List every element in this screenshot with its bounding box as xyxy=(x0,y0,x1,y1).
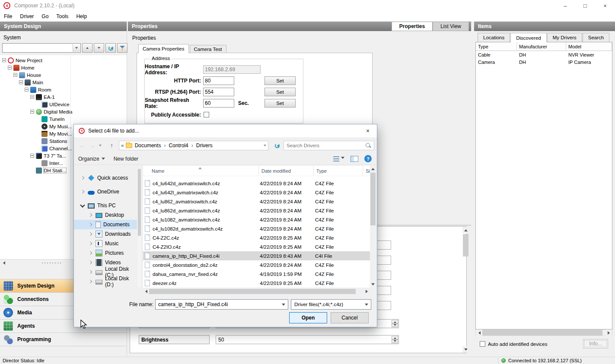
chevron-icon[interactable] xyxy=(80,175,85,180)
tree-item[interactable]: Room xyxy=(0,86,127,93)
camera-tab[interactable]: Camera Test xyxy=(190,45,226,53)
up-button[interactable]: ↑ xyxy=(107,140,117,151)
column-header[interactable]: Model xyxy=(566,42,612,51)
file-row[interactable]: control4_doorstation_ds2.c4z 4/22/2019 8… xyxy=(143,260,370,269)
recent-locations-dropdown[interactable] xyxy=(97,140,103,151)
move-down-button[interactable] xyxy=(94,43,104,53)
tree-item[interactable]: Home xyxy=(0,64,127,71)
combobox-dropdown-icon[interactable] xyxy=(73,44,80,52)
spin-down-icon[interactable] xyxy=(392,324,398,328)
chevron-icon[interactable] xyxy=(88,269,93,275)
nav-button[interactable]: Programming xyxy=(0,333,127,346)
menu-item[interactable]: Go xyxy=(38,13,52,19)
tree-expander-icon[interactable] xyxy=(30,110,34,114)
file-list-vertical-scrollbar[interactable] xyxy=(370,166,376,288)
file-name-combobox[interactable] xyxy=(155,299,288,310)
sidebar-item[interactable]: Documents xyxy=(74,220,137,229)
spin-down-icon[interactable] xyxy=(392,340,398,344)
scroll-down-icon[interactable] xyxy=(370,282,376,288)
chevron-icon[interactable] xyxy=(80,189,85,194)
view-tab[interactable]: Properties xyxy=(392,22,433,31)
items-tab[interactable]: Search xyxy=(583,33,609,42)
sidebar-item[interactable]: Local Disk (D:) xyxy=(74,277,137,286)
tree-item[interactable]: TuneIn xyxy=(0,115,127,123)
tree-expander-icon[interactable] xyxy=(30,95,34,99)
cancel-button[interactable]: Cancel xyxy=(331,312,369,323)
tree-item[interactable]: Main xyxy=(0,79,127,86)
hostname-input[interactable] xyxy=(203,65,261,74)
column-header-type[interactable]: Type xyxy=(314,166,363,176)
scroll-up-icon[interactable] xyxy=(370,166,376,172)
tree-item[interactable]: UIDevice xyxy=(0,101,127,108)
file-row[interactable]: c4_lu642d_avmatrixswitch.c4z 4/22/2019 8… xyxy=(143,179,370,188)
chevron-down-icon[interactable] xyxy=(365,304,368,307)
column-header[interactable]: Manufacturer xyxy=(517,42,566,51)
menu-item[interactable]: Driver xyxy=(16,13,38,19)
table-row[interactable]: Cable DH NVR Viewer xyxy=(476,51,612,58)
properties-vertical-scrollbar[interactable] xyxy=(462,227,469,353)
chevron-icon[interactable] xyxy=(88,241,93,246)
refresh-address-button[interactable] xyxy=(272,141,282,150)
sidebar-item[interactable]: Quick access xyxy=(74,173,137,183)
scroll-up-icon[interactable] xyxy=(462,227,469,233)
menu-item[interactable]: Tools xyxy=(52,13,72,19)
file-row[interactable]: c4_lu1082d_avmatrixswitch.c4z 4/22/2019 … xyxy=(143,224,370,233)
refresh-button[interactable] xyxy=(105,43,116,53)
file-type-filter[interactable]: Driver files(*.c4i;*.c4z) xyxy=(291,299,371,310)
file-list-horizontal-scrollbar[interactable] xyxy=(143,288,370,294)
file-row[interactable]: dahua_camera_nvr_fixed.c4z 4/19/2019 1:5… xyxy=(143,269,370,279)
move-up-button[interactable] xyxy=(82,43,92,53)
set-snapshot-rate-button[interactable]: Set xyxy=(264,99,296,108)
filter-button[interactable] xyxy=(117,43,127,53)
organize-menu[interactable]: Organize xyxy=(74,156,109,162)
scroll-down-icon[interactable] xyxy=(462,346,469,353)
scrollbar-thumb[interactable] xyxy=(138,169,141,236)
tree-expander-icon[interactable] xyxy=(30,154,34,158)
file-row[interactable]: c4_lu862d_avmatrixswitch.c4z 4/22/2019 8… xyxy=(143,206,370,215)
search-box[interactable] xyxy=(284,141,374,150)
sidebar-item[interactable]: OneDrive xyxy=(74,187,137,196)
sidebar-scrollbar[interactable] xyxy=(138,168,141,288)
items-tab[interactable]: Locations xyxy=(478,33,510,42)
auto-add-checkbox[interactable] xyxy=(480,341,485,347)
tree-expander-icon[interactable] xyxy=(25,88,29,92)
chevron-down-icon[interactable] xyxy=(282,304,285,307)
breadcrumb-item[interactable]: Control4 xyxy=(168,142,195,149)
table-row[interactable]: Camera DH IP Camera xyxy=(476,58,612,66)
set-rtsp-port-button[interactable]: Set xyxy=(264,88,296,96)
column-header[interactable]: Type xyxy=(476,42,517,51)
address-dropdown-icon[interactable] xyxy=(264,145,266,146)
tree-item[interactable]: New Project xyxy=(0,57,127,64)
menu-item[interactable]: File xyxy=(0,13,16,19)
sidebar-item[interactable]: Downloads xyxy=(74,229,137,239)
chevron-icon[interactable] xyxy=(88,279,93,284)
search-input[interactable] xyxy=(284,141,361,150)
chevron-icon[interactable] xyxy=(80,203,85,208)
scroll-left-icon[interactable] xyxy=(0,260,7,267)
info-button[interactable]: Info... xyxy=(583,339,608,348)
file-row[interactable]: c4_lu1082_avmatrixswitch.c4z 4/22/2019 8… xyxy=(143,215,370,224)
tree-expander-icon[interactable] xyxy=(19,80,23,84)
scrollbar-thumb[interactable] xyxy=(482,330,602,336)
sidebar-item[interactable]: Pictures xyxy=(74,248,137,258)
change-view-button[interactable] xyxy=(333,156,344,161)
chevron-icon[interactable] xyxy=(88,231,93,237)
spin-up-icon[interactable] xyxy=(392,320,398,324)
maximize-button[interactable]: □ xyxy=(575,0,595,11)
publicly-accessible-checkbox[interactable] xyxy=(204,112,209,117)
breadcrumb-item[interactable]: Documents xyxy=(134,142,168,149)
scroll-right-icon[interactable] xyxy=(364,288,370,294)
camera-tab[interactable]: Camera Properties xyxy=(138,44,189,53)
menu-item[interactable]: Help xyxy=(72,13,91,19)
items-tab[interactable]: Discovered xyxy=(510,33,547,42)
tree-expander-icon[interactable] xyxy=(13,73,17,77)
scroll-left-icon[interactable] xyxy=(143,288,149,294)
file-name-input[interactable] xyxy=(156,300,277,309)
tree-item[interactable]: Digital Media xyxy=(0,108,127,115)
tree-expander-icon[interactable] xyxy=(8,66,12,70)
dialog-close-button[interactable]: × xyxy=(359,124,377,137)
forward-button[interactable]: → xyxy=(87,140,97,151)
items-tab[interactable]: My Drivers xyxy=(547,33,582,42)
brightness-spinner[interactable] xyxy=(392,336,398,343)
file-row[interactable]: camera_ip_http_DH_Fixed.c4i 4/22/2019 8:… xyxy=(143,251,370,260)
